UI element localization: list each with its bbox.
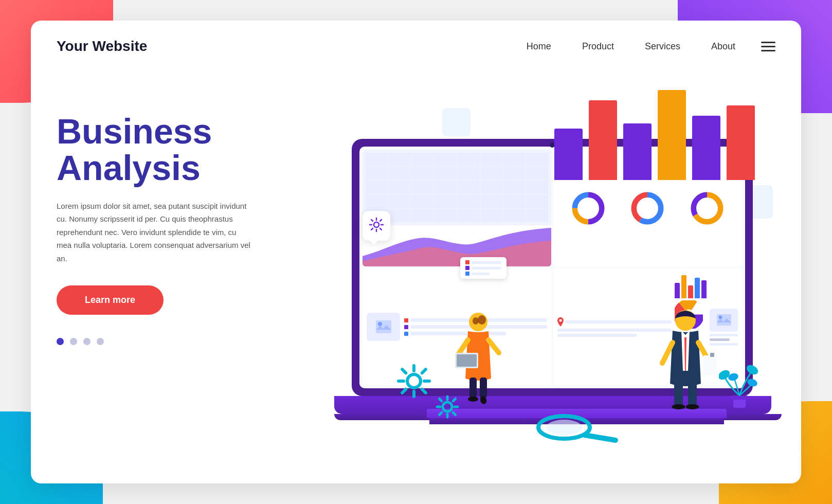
row-indicator — [404, 325, 408, 329]
plant-svg — [719, 361, 760, 412]
hamburger-line-3 — [761, 50, 775, 51]
grid-cell — [435, 153, 457, 166]
image-panel — [367, 273, 400, 381]
svg-point-44 — [745, 363, 760, 376]
svg-point-20 — [407, 374, 421, 388]
grid-cell — [435, 209, 457, 222]
hamburger-menu[interactable] — [761, 42, 775, 51]
nav-services[interactable]: Services — [645, 41, 680, 52]
dot-4[interactable] — [97, 338, 104, 345]
svg-point-36 — [672, 404, 685, 409]
data-panel-row-2 — [465, 266, 501, 270]
grid-cell — [366, 167, 388, 180]
grid-cell — [503, 195, 526, 208]
brand-logo[interactable]: Your Website — [57, 38, 527, 55]
grid-cell — [366, 181, 388, 194]
nav-product[interactable]: Product — [582, 41, 614, 52]
bar-face-2 — [589, 100, 617, 180]
mini-bar-4 — [695, 278, 700, 298]
dp-dot-1 — [465, 260, 469, 264]
grid-cell — [457, 153, 480, 166]
mini-bar-1 — [675, 283, 680, 298]
svg-rect-26 — [457, 354, 477, 367]
hero-title: Business Analysis — [57, 113, 293, 187]
hero-title-line2: Analysis — [57, 148, 201, 187]
svg-rect-32 — [703, 355, 716, 375]
dot-2[interactable] — [70, 338, 77, 345]
dp-bar-2 — [472, 267, 501, 269]
hero-left: Business Analysis Lorem ipsum dolor sit … — [57, 82, 293, 345]
grid-cell — [366, 195, 388, 208]
hero-section: Business Analysis Lorem ipsum dolor sit … — [31, 72, 801, 483]
grid-cell — [503, 153, 526, 166]
hero-description: Lorem ipsum dolor sit amet, sea putant s… — [57, 200, 252, 265]
svg-point-18 — [718, 316, 722, 319]
svg-point-23 — [473, 317, 479, 325]
gear-icon-large — [396, 363, 432, 399]
grid-cell — [457, 195, 480, 208]
svg-rect-42 — [731, 395, 748, 400]
mini-bar-2 — [681, 275, 686, 298]
svg-point-11 — [378, 322, 382, 326]
bar-chart-above — [554, 87, 755, 180]
bar-4 — [658, 90, 686, 180]
bar-face-5 — [692, 116, 720, 180]
svg-rect-10 — [376, 320, 391, 333]
plant-decoration — [719, 361, 760, 414]
learn-more-button[interactable]: Learn more — [57, 285, 164, 315]
nav-home[interactable]: Home — [527, 41, 551, 52]
area-chart-svg — [363, 225, 551, 266]
data-panel-row-3 — [465, 272, 501, 276]
svg-point-19 — [374, 222, 379, 227]
svg-point-21 — [443, 402, 452, 411]
nav-about[interactable]: About — [711, 41, 735, 52]
svg-point-37 — [686, 404, 699, 409]
chart-grid — [363, 150, 551, 225]
woman-svg — [453, 312, 504, 409]
grid-cell — [366, 153, 388, 166]
svg-rect-35 — [688, 383, 697, 406]
screen-panel-chart — [363, 150, 551, 266]
donut-chart-3 — [689, 190, 725, 226]
bar-5 — [692, 116, 720, 180]
hero-title-line1: Business — [57, 112, 212, 151]
svg-point-24 — [478, 315, 486, 325]
line-2 — [557, 334, 637, 337]
dot-1[interactable] — [57, 338, 64, 345]
svg-point-46 — [746, 377, 758, 388]
main-card: Your Website Home Product Services About… — [31, 21, 801, 483]
chat-bubble — [363, 211, 390, 241]
bubble-tail — [370, 241, 378, 245]
deco-rect-1 — [442, 108, 471, 136]
grid-cell — [480, 181, 503, 194]
mini-bars — [675, 273, 707, 298]
donut-chart-1 — [570, 190, 606, 226]
magnifier — [536, 412, 618, 445]
data-panel-row-1 — [465, 260, 501, 264]
bar-1 — [554, 129, 583, 180]
grid-cell — [389, 195, 411, 208]
svg-rect-28 — [480, 377, 487, 398]
image-icon — [376, 320, 391, 333]
grid-cell — [389, 181, 411, 194]
dot-3[interactable] — [83, 338, 91, 345]
laptop-area — [334, 139, 770, 458]
grid-cell — [411, 195, 434, 208]
figure-man — [655, 309, 716, 414]
grid-cell — [389, 209, 411, 222]
svg-line-40 — [585, 435, 616, 440]
donut-chart-2 — [629, 190, 665, 226]
mini-bar-3 — [688, 285, 693, 298]
image-placeholder — [367, 313, 400, 341]
bar-2 — [589, 100, 617, 180]
nav-links: Home Product Services About — [527, 41, 735, 52]
grid-cell — [411, 167, 434, 180]
dp-dot-3 — [465, 272, 469, 276]
svg-point-29 — [468, 397, 478, 402]
hamburger-line-1 — [761, 42, 775, 43]
grid-cell — [457, 167, 480, 180]
bar-face-1 — [554, 129, 583, 180]
grid-cell — [526, 195, 549, 208]
grid-cell — [457, 181, 480, 194]
man-svg — [655, 309, 716, 412]
